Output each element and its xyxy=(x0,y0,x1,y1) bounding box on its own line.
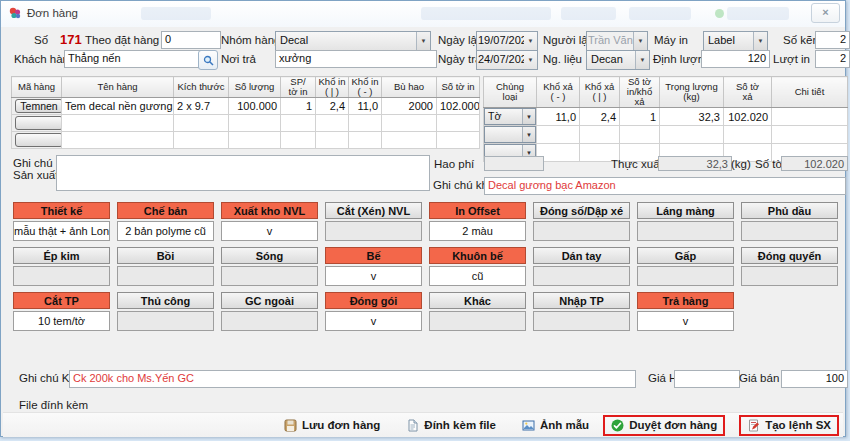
step-value[interactable] xyxy=(221,266,318,286)
step-value[interactable]: 2 bản polyme cũ xyxy=(117,221,214,241)
step-button[interactable]: Đóng gói xyxy=(325,292,422,309)
bottom-toolbar: Lưu đơn hàng Đính kèm file Ảnh m xyxy=(3,412,843,437)
ghi-chu-kh-input[interactable]: Ck 200k cho Ms.Yến GC xyxy=(69,370,636,388)
khach-hang-input[interactable]: Thẳng nến xyxy=(64,50,203,68)
step-button[interactable]: Trả hàng xyxy=(637,292,734,309)
left-table-cell xyxy=(382,132,437,149)
so-kem-input[interactable]: 2 xyxy=(815,31,850,49)
step-button[interactable]: In Offset xyxy=(429,202,526,219)
noi-tra-input[interactable]: xưởng xyxy=(275,50,437,68)
approve-check-icon xyxy=(611,419,624,432)
dinh-luong-input[interactable]: 120 xyxy=(701,50,770,68)
background-window-remnant xyxy=(141,7,211,20)
step-value[interactable] xyxy=(117,266,214,286)
ghi-chu-kho-input[interactable]: Decal gương bạc Amazon xyxy=(484,177,846,195)
chevron-down-icon[interactable]: ▼ xyxy=(522,109,535,124)
step-button[interactable]: Bế xyxy=(325,247,422,264)
nhom-hang-select[interactable]: Decal ▼ xyxy=(275,31,431,51)
right-table-header-row: Chủng loạiKhổ xả ( - )Khổ xả ( | )Số tờ … xyxy=(484,77,848,108)
left-table-cell xyxy=(316,132,349,149)
luot-in-input[interactable]: 2 xyxy=(815,50,850,68)
product-code-button[interactable] xyxy=(15,116,62,130)
step-button[interactable]: Cắt (Xén) NVL xyxy=(325,202,422,219)
step-button[interactable]: Láng màng xyxy=(637,202,734,219)
step-value[interactable] xyxy=(429,311,526,331)
step-button[interactable]: Đóng số/Dập xé xyxy=(533,202,630,219)
customer-search-button[interactable] xyxy=(198,50,218,70)
step-button[interactable]: Khuôn bế xyxy=(429,247,526,264)
chevron-down-icon[interactable]: ▼ xyxy=(753,32,767,50)
chevron-down-icon[interactable]: ▼ xyxy=(524,32,537,50)
step-value[interactable] xyxy=(325,221,422,241)
step-cell: Chế bản 2 bản polyme cũ xyxy=(117,202,214,241)
step-value[interactable]: cũ xyxy=(429,266,526,286)
step-value[interactable]: v xyxy=(325,311,422,331)
step-button[interactable]: Khác xyxy=(429,292,526,309)
chung-loai-combo[interactable]: ▼ xyxy=(484,126,536,143)
ng-lieu-select[interactable]: Decan ▼ xyxy=(586,50,650,70)
chevron-down-icon[interactable]: ▼ xyxy=(416,32,430,50)
step-cell: GC ngoài xyxy=(221,292,318,331)
step-button[interactable]: Cắt TP xyxy=(13,292,110,309)
step-value[interactable] xyxy=(533,311,630,331)
attach-file-button[interactable]: Đính kèm file xyxy=(406,419,496,432)
step-cell: Khác xyxy=(429,292,526,331)
step-button[interactable]: Sóng xyxy=(221,247,318,264)
step-value[interactable] xyxy=(221,311,318,331)
product-code-button[interactable]: Temnen xyxy=(15,99,62,113)
step-cell: Sóng xyxy=(221,247,318,286)
step-button[interactable]: Gấp xyxy=(637,247,734,264)
step-button[interactable]: Xuất kho NVL xyxy=(221,202,318,219)
step-button[interactable]: Thiết kế xyxy=(13,202,110,219)
right-table-cell: 11,0 xyxy=(537,108,580,126)
gia-hd-input[interactable] xyxy=(674,370,740,388)
approve-order-button[interactable]: Duyệt đơn hàng xyxy=(603,415,725,436)
ngay-lap-select[interactable]: 19/07/2021 ▼ xyxy=(476,31,538,51)
right-table-header: Khổ xả ( | ) xyxy=(580,77,620,108)
right-table-cell: 1 xyxy=(620,108,660,126)
step-value[interactable] xyxy=(637,266,734,286)
save-order-button[interactable]: Lưu đơn hàng xyxy=(284,419,380,432)
step-value[interactable]: v xyxy=(325,266,422,286)
step-value[interactable] xyxy=(533,221,630,241)
product-code-button[interactable] xyxy=(15,133,62,147)
step-cell: Bồi xyxy=(117,247,214,286)
may-in-select[interactable]: Label ▼ xyxy=(703,31,768,51)
step-button[interactable]: Ép kim xyxy=(13,247,110,264)
step-value[interactable]: v xyxy=(221,221,318,241)
step-button[interactable]: Phủ dầu xyxy=(741,202,838,219)
step-value[interactable] xyxy=(741,266,838,286)
step-value[interactable] xyxy=(637,221,734,241)
chevron-down-icon[interactable]: ▼ xyxy=(524,51,537,69)
left-table-cell xyxy=(174,132,229,149)
theo-dat-hang-input[interactable]: 0 xyxy=(161,31,221,49)
chung-loai-combo[interactable]: Tờ ▼ xyxy=(484,108,536,125)
ghi-chu-sx-textarea[interactable] xyxy=(56,155,430,191)
so-to-field: 102.020 xyxy=(781,156,848,171)
chevron-down-icon[interactable]: ▼ xyxy=(522,127,535,142)
step-value[interactable] xyxy=(117,311,214,331)
step-button[interactable]: GC ngoài xyxy=(221,292,318,309)
sample-image-button[interactable]: Ảnh mẫu xyxy=(522,419,589,432)
gia-ban-input[interactable]: 100 xyxy=(781,370,848,388)
step-button[interactable]: Thủ công xyxy=(117,292,214,309)
step-value[interactable] xyxy=(13,266,110,286)
step-cell: Đóng gói v xyxy=(325,292,422,331)
ngay-tra-select[interactable]: 24/07/2021 ▼ xyxy=(476,50,538,70)
close-button[interactable]: × xyxy=(811,3,840,23)
step-value[interactable]: v xyxy=(637,311,734,331)
step-button[interactable]: Dán tay xyxy=(533,247,630,264)
step-value[interactable]: 10 tem/tờ xyxy=(13,311,110,331)
chevron-down-icon[interactable]: ▼ xyxy=(635,51,649,69)
left-table-cell xyxy=(281,115,316,132)
step-value[interactable] xyxy=(533,266,630,286)
step-button[interactable]: Nhập TP xyxy=(533,292,630,309)
step-button[interactable]: Bồi xyxy=(117,247,214,264)
step-button[interactable]: Đóng quyển xyxy=(741,247,838,264)
step-value[interactable] xyxy=(741,221,838,241)
create-production-order-button[interactable]: Tạo lệnh SX xyxy=(739,415,839,436)
step-button[interactable]: Chế bản xyxy=(117,202,214,219)
hao-phi-field[interactable] xyxy=(484,156,544,171)
step-value[interactable]: mẫu thật + ảnh Long xyxy=(13,221,110,241)
step-value[interactable]: 2 màu xyxy=(429,221,526,241)
